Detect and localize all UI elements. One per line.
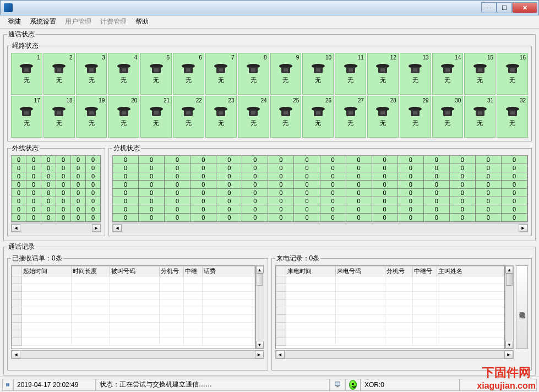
ext-cell[interactable]: 0 [165,181,190,189]
ext-cell[interactable]: 0 [294,189,320,197]
trunk-cell[interactable]: 21无 [140,96,172,138]
ext-cell[interactable]: 0 [268,214,294,222]
ext-cell[interactable]: 0 [424,164,450,172]
table-row[interactable] [276,292,504,300]
ext-cell[interactable]: 0 [165,172,190,181]
ext-cell[interactable]: 0 [216,189,242,197]
ext-cell[interactable]: 0 [476,164,502,172]
table-row[interactable] [12,284,255,292]
ext-cell[interactable]: 0 [372,156,398,164]
trunk-cell[interactable]: 2无 [43,53,75,95]
table-row[interactable] [276,315,504,323]
ext-cell[interactable]: 0 [320,181,346,189]
ext-cell[interactable]: 0 [113,164,139,172]
scroll-down-icon[interactable]: ▼ [256,341,264,349]
ext-cell[interactable]: 0 [242,181,268,189]
ext-cell[interactable]: 0 [502,205,527,214]
ext-cell[interactable]: 0 [320,172,346,181]
outline-cell[interactable]: 0 [86,205,101,214]
ext-cell[interactable]: 0 [476,205,502,214]
trunk-cell[interactable]: 19无 [76,96,107,138]
ext-cell[interactable]: 0 [268,189,294,197]
scroll-right-icon[interactable]: ► [519,224,527,232]
trunk-cell[interactable]: 3无 [76,53,107,95]
trunk-cell[interactable]: 22无 [173,96,204,138]
menu-help[interactable]: 帮助 [131,16,153,28]
ext-cell[interactable]: 0 [372,164,398,172]
ext-cell[interactable]: 0 [320,214,346,222]
ext-cell[interactable]: 0 [346,181,372,189]
outline-cell[interactable]: 0 [41,172,56,181]
ext-cell[interactable]: 0 [190,181,216,189]
trunk-cell[interactable]: 20无 [108,96,139,138]
ext-cell[interactable]: 0 [294,181,320,189]
ext-cell[interactable]: 0 [502,197,527,205]
table-row[interactable] [12,338,255,346]
outline-cell[interactable]: 0 [12,181,26,189]
scroll-right-icon[interactable]: ► [504,351,513,358]
ext-cell[interactable]: 0 [450,164,476,172]
ext-cell[interactable]: 0 [398,214,424,222]
trunk-cell[interactable]: 1无 [11,53,42,95]
ext-cell[interactable]: 0 [242,164,268,172]
outline-cell[interactable]: 0 [26,172,41,181]
ext-cell[interactable]: 0 [398,181,424,189]
ext-cell[interactable]: 0 [346,172,372,181]
trunk-cell[interactable]: 8无 [238,53,269,95]
ext-cell[interactable]: 0 [242,197,268,205]
outline-cell[interactable]: 0 [71,205,86,214]
ext-cell[interactable]: 0 [502,214,527,222]
scroll-left-icon[interactable]: ◄ [12,224,20,232]
ext-cell[interactable]: 0 [190,197,216,205]
ext-cell[interactable]: 0 [139,172,165,181]
ext-cell[interactable]: 0 [139,205,165,214]
ext-cell[interactable]: 0 [476,189,502,197]
ext-cell[interactable]: 0 [346,156,372,164]
ext-cell[interactable]: 0 [476,197,502,205]
outline-cell[interactable]: 0 [41,189,56,197]
trunk-cell[interactable]: 5无 [140,53,172,95]
outline-cell[interactable]: 0 [41,181,56,189]
ext-cell[interactable]: 0 [372,197,398,205]
ext-cell[interactable]: 0 [424,172,450,181]
ext-cell[interactable]: 0 [398,164,424,172]
ext-cell[interactable]: 0 [139,156,165,164]
outline-cell[interactable]: 0 [71,189,86,197]
table-row[interactable] [276,338,504,346]
scroll-up-icon[interactable]: ▲ [256,266,264,274]
outline-cell[interactable]: 0 [71,156,86,164]
outline-cell[interactable]: 0 [41,197,56,205]
ext-cell[interactable]: 0 [242,172,268,181]
ext-cell[interactable]: 0 [294,172,320,181]
ext-cell[interactable]: 0 [139,164,165,172]
received-vscroll[interactable]: ▲ ▼ [255,265,264,349]
table-row[interactable] [276,307,504,315]
outline-cell[interactable]: 0 [41,164,56,172]
ext-cell[interactable]: 0 [190,172,216,181]
ext-cell[interactable]: 0 [268,164,294,172]
incoming-query-button[interactable]: 来电记录查询 [516,265,528,349]
ext-cell[interactable]: 0 [165,205,190,214]
scroll-right-icon[interactable]: ► [92,224,101,232]
ext-cell[interactable]: 0 [268,172,294,181]
table-row[interactable] [12,307,255,315]
ext-cell[interactable]: 0 [165,189,190,197]
ext-cell[interactable]: 0 [320,205,346,214]
trunk-cell[interactable]: 32无 [497,96,528,138]
trunk-cell[interactable]: 13无 [400,53,431,95]
trunk-cell[interactable]: 7无 [205,53,237,95]
ext-cell[interactable]: 0 [450,172,476,181]
ext-cell[interactable]: 0 [139,189,165,197]
outline-cell[interactable]: 0 [26,164,41,172]
outline-cell[interactable]: 0 [41,214,56,222]
ext-cell[interactable]: 0 [216,197,242,205]
ext-cell[interactable]: 0 [139,214,165,222]
trunk-cell[interactable]: 16无 [497,53,528,95]
ext-cell[interactable]: 0 [346,205,372,214]
outline-cell[interactable]: 0 [71,172,86,181]
ext-cell[interactable]: 0 [268,156,294,164]
outline-cell[interactable]: 0 [41,156,56,164]
ext-cell[interactable]: 0 [320,156,346,164]
scroll-up-icon[interactable]: ▲ [505,266,513,274]
menu-users[interactable]: 用户管理 [61,16,96,28]
